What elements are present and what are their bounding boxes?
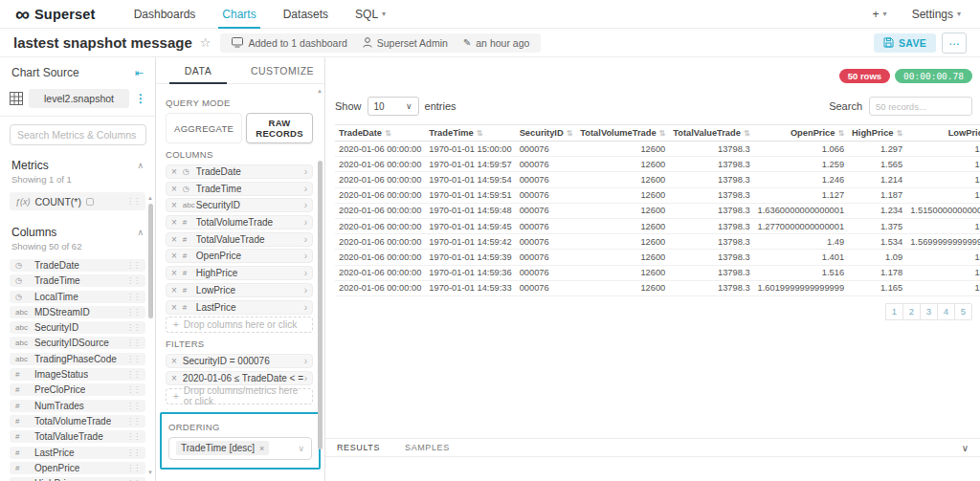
chevron-right-icon[interactable]: › <box>304 166 307 177</box>
chevron-right-icon[interactable]: › <box>304 217 307 228</box>
drag-handle-icon[interactable]: ⋮⋮ <box>126 308 140 317</box>
selected-column-chip[interactable]: × # OpenPrice › <box>166 249 313 263</box>
collapse-results-chevron-icon[interactable]: ∨ <box>962 443 969 453</box>
drop-columns-zone[interactable]: + Drop columns here or click <box>166 317 313 333</box>
drag-handle-icon[interactable]: ⋮⋮ <box>126 370 140 379</box>
remove-column-icon[interactable]: × <box>171 166 177 177</box>
chevron-right-icon[interactable]: › <box>304 302 307 313</box>
selected-column-chip[interactable]: × # LowPrice › <box>166 283 313 297</box>
sort-icon[interactable]: ⇅ <box>385 129 391 138</box>
sort-icon[interactable]: ⇅ <box>477 129 483 138</box>
remove-filter-icon[interactable]: × <box>171 356 177 366</box>
remove-filter-icon[interactable]: × <box>171 373 177 383</box>
chevron-right-icon[interactable]: › <box>304 356 307 366</box>
filter-chip[interactable]: × 2020-01-06 ≤ TradeDate < = › <box>166 371 313 385</box>
drag-handle-icon[interactable]: ⋮⋮ <box>126 339 140 347</box>
collapse-panel-icon[interactable]: ⇤ <box>135 67 144 79</box>
dataset-selector[interactable]: level2.snapshot <box>29 89 129 108</box>
nav-charts[interactable]: Charts <box>209 0 269 29</box>
metrics-columns-search-input[interactable] <box>10 124 146 145</box>
dashboard-count-badge[interactable]: Added to 1 dashboard <box>224 33 354 53</box>
sort-icon[interactable]: ⇅ <box>567 129 573 138</box>
chevron-right-icon[interactable]: › <box>304 184 307 194</box>
column-item[interactable]: # OpenPrice ⋮⋮ <box>10 462 145 474</box>
dataset-options-icon[interactable]: ⋮ <box>135 92 145 105</box>
chevron-right-icon[interactable]: › <box>304 373 307 383</box>
favorite-star-icon[interactable]: ☆ <box>200 35 212 50</box>
chevron-right-icon[interactable]: › <box>304 251 307 261</box>
sort-icon[interactable]: ⇅ <box>659 129 666 138</box>
filter-chip[interactable]: × SecurityID = 000076 › <box>166 354 313 368</box>
column-item[interactable]: # NumTrades ⋮⋮ <box>10 400 145 412</box>
column-item[interactable]: ◷ LocalTime ⋮⋮ <box>10 291 145 303</box>
drag-handle-icon[interactable]: ⋮⋮ <box>126 432 140 441</box>
selected-column-chip[interactable]: × abc SecurityID › <box>166 198 313 212</box>
page-button[interactable]: 3 <box>920 303 938 320</box>
page-button[interactable]: 2 <box>902 303 921 320</box>
column-item[interactable]: # HighPrice ⋮⋮ <box>10 477 145 481</box>
drag-handle-icon[interactable]: ⋮⋮ <box>126 293 140 301</box>
remove-column-icon[interactable]: × <box>171 217 177 228</box>
table-header-cell[interactable]: TradeTime⇅ <box>425 125 515 142</box>
selected-column-chip[interactable]: × # HighPrice › <box>166 266 313 280</box>
more-actions-button[interactable]: … <box>942 33 967 54</box>
tab-results[interactable]: RESULTS <box>337 443 380 452</box>
sort-icon[interactable]: ⇅ <box>837 129 844 138</box>
remove-column-icon[interactable]: × <box>171 251 177 261</box>
drag-handle-icon[interactable]: ⋮⋮ <box>126 448 140 457</box>
table-header-cell[interactable]: TotalValueTrade⇅ <box>669 125 753 142</box>
table-header-cell[interactable]: TradeDate⇅ <box>335 125 425 142</box>
remove-ordering-icon[interactable]: × <box>259 444 264 453</box>
column-item[interactable]: ◷ TradeTime ⋮⋮ <box>10 274 145 287</box>
column-item[interactable]: abc TradingPhaseCode ⋮⋮ <box>10 353 145 365</box>
settings-menu[interactable]: Settings ▾ <box>908 0 965 29</box>
superset-logo[interactable]: ∞ Superset <box>15 5 96 24</box>
sort-icon[interactable]: ⇅ <box>744 129 750 138</box>
drag-handle-icon[interactable]: ⋮⋮ <box>126 417 140 426</box>
drag-handle-icon[interactable]: ⋮⋮ <box>126 276 140 285</box>
owner-badge[interactable]: Superset Admin <box>355 33 456 53</box>
page-size-select[interactable]: 10 ∨ <box>368 97 419 116</box>
drag-handle-icon[interactable]: ⋮⋮ <box>126 402 140 410</box>
collapse-metrics-icon[interactable]: ∧ <box>137 161 144 170</box>
chevron-right-icon[interactable]: › <box>304 268 307 278</box>
remove-column-icon[interactable]: × <box>171 200 177 210</box>
drop-filters-zone[interactable]: + Drop columns/metrics here or click <box>166 388 313 404</box>
selected-column-chip[interactable]: × # TotalVolumeTrade › <box>166 215 313 230</box>
drag-handle-icon[interactable]: ⋮⋮ <box>126 261 140 270</box>
drag-handle-icon[interactable]: ⋮⋮ <box>126 355 140 363</box>
table-header-cell[interactable]: OpenPrice⇅ <box>754 125 848 142</box>
selected-column-chip[interactable]: × ◷ TradeTime › <box>166 182 313 196</box>
table-header-cell[interactable]: SecurityID⇅ <box>516 125 577 142</box>
selected-column-chip[interactable]: × # LastPrice › <box>166 300 313 315</box>
column-item[interactable]: abc SecurityIDSource ⋮⋮ <box>10 337 145 349</box>
chevron-right-icon[interactable]: › <box>304 234 307 245</box>
chevron-right-icon[interactable]: › <box>304 285 307 295</box>
chevron-right-icon[interactable]: › <box>304 200 307 210</box>
collapse-columns-icon[interactable]: ∧ <box>137 228 144 237</box>
column-item[interactable]: # TotalVolumeTrade ⋮⋮ <box>10 415 145 427</box>
left-scrollbar-thumb[interactable] <box>148 204 153 318</box>
table-header-cell[interactable]: TotalVolumeTrade⇅ <box>576 125 669 142</box>
save-button[interactable]: SAVE <box>874 33 936 53</box>
page-button[interactable]: 5 <box>954 303 972 320</box>
column-item[interactable]: # PreCloPrice ⋮⋮ <box>10 383 145 396</box>
drag-handle-icon[interactable]: ⋮⋮ <box>126 385 140 394</box>
selected-column-chip[interactable]: × ◷ TradeDate › <box>166 164 313 179</box>
tab-data[interactable]: DATA <box>156 57 240 83</box>
column-item[interactable]: ◷ TradeDate ⋮⋮ <box>10 259 145 272</box>
remove-column-icon[interactable]: × <box>171 184 177 194</box>
column-item[interactable]: # ImageStatus ⋮⋮ <box>10 368 145 381</box>
metric-item-count[interactable]: ƒ(x) COUNT(*) ⋮⋮ <box>10 192 145 210</box>
aggregate-button[interactable]: AGGREGATE <box>166 113 242 143</box>
nav-sql[interactable]: SQL ▾ <box>342 0 399 29</box>
column-item[interactable]: # TotalValueTrade ⋮⋮ <box>10 430 145 443</box>
tab-samples[interactable]: SAMPLES <box>405 443 450 452</box>
table-header-cell[interactable]: HighPrice⇅ <box>848 125 906 142</box>
results-search-input[interactable] <box>869 97 972 116</box>
scroll-up-arrow-icon[interactable]: ▲ <box>317 88 323 94</box>
scroll-down-arrow-icon[interactable]: ▼ <box>147 470 153 475</box>
selected-column-chip[interactable]: × # TotalValueTrade › <box>166 232 313 247</box>
drag-handle-icon[interactable]: ⋮⋮ <box>126 197 140 206</box>
tab-customize[interactable]: CUSTOMIZE <box>240 57 324 83</box>
